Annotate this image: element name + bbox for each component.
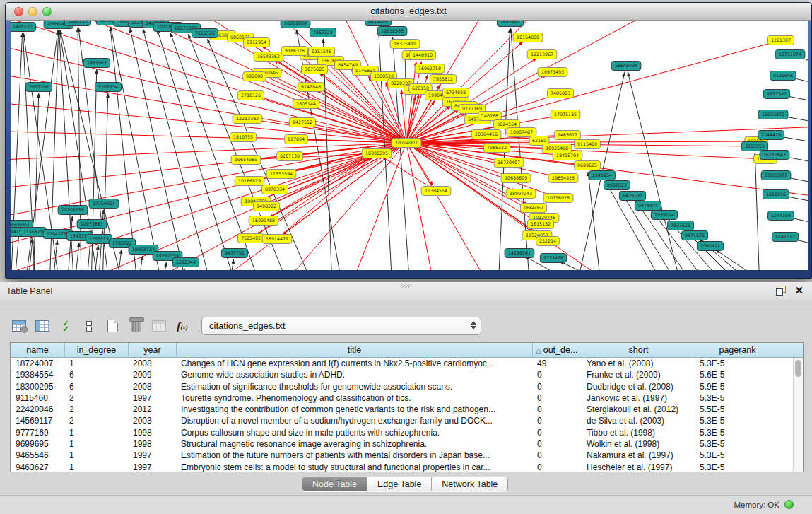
table-cell[interactable]: 9463627 [11,462,64,472]
graph-node-9684067[interactable]: 9684067 [520,204,546,213]
graph-node-746266[interactable]: 746266 [478,112,502,121]
table-cell[interactable]: Investigating the contribution of common… [176,404,532,415]
graph-node-1733426[interactable]: 1733426 [540,254,566,263]
graph-node-917004[interactable]: 917004 [285,135,308,144]
graph-node-16154808[interactable]: 16154808 [513,33,543,42]
graph-node-9463627[interactable]: 9463627 [554,131,580,140]
table-cell[interactable]: 9699695 [11,438,64,450]
table-cell[interactable]: 0 [532,392,582,404]
graph-node-19218586[interactable]: 19218586 [377,27,407,36]
table-cell[interactable]: Genome-wide association studies in ADHD. [176,369,532,380]
table-cell[interactable]: 18724007 [11,358,64,369]
table-cell[interactable]: Wolkin et al. (1998) [582,438,695,450]
black-edge[interactable] [110,27,138,270]
black-edge[interactable] [143,29,212,270]
table-row[interactable]: 1456911722003Disruption of a novel membe… [11,415,803,426]
graph-node-10688609[interactable]: 10688609 [501,174,531,183]
graph-node-1250515[interactable]: 1250515 [86,235,112,244]
column-header-year[interactable]: year [128,343,176,357]
graph-node-7485083[interactable]: 7485083 [547,89,573,98]
red-edge[interactable] [260,79,406,143]
table-cell[interactable]: 22420046 [11,404,64,415]
red-edge[interactable] [266,156,371,206]
table-cell[interactable]: Dudbridge et al. (2008) [582,381,695,392]
table-row[interactable]: 1830029562008Estimation of significance … [11,381,803,392]
graph-node-9699695[interactable]: 9699695 [574,161,600,170]
red-edge[interactable] [11,101,406,143]
graph-node-1156829[interactable]: 1156829 [20,228,46,237]
table-cell[interactable]: Stergiakouli et al. (2012) [582,404,695,415]
table-cell[interactable]: Estimation of the future numbers of pati… [176,450,532,461]
table-cell[interactable]: 2 [64,415,128,426]
table-cell[interactable]: 9465546 [11,450,64,461]
graph-node-7986322[interactable]: 7986322 [483,144,510,153]
graph-node-16543362[interactable]: 16543362 [254,52,283,62]
table-row[interactable]: 977716911998Corpus callosum shape and si… [11,427,803,438]
table-cell[interactable]: 9777169 [11,427,64,438]
unselect-all-columns-button[interactable] [81,317,97,335]
graph-node-8912954[interactable]: 8912954 [243,38,269,47]
graph-node-20206556[interactable]: 20206556 [58,206,88,215]
graph-node-9115460[interactable]: 9115460 [574,140,600,149]
table-cell[interactable]: Embryonic stem cells: a model to study s… [176,462,532,472]
table-cell[interactable]: Hescheler et al. (1997) [582,462,695,472]
table-cell[interactable]: 0 [532,438,582,450]
black-edge[interactable] [117,250,122,270]
table-cell[interactable]: 5.3E-5 [695,450,779,461]
graph-node-1244419[interactable]: 1244419 [758,131,784,140]
table-cell[interactable]: 5.9E-5 [695,381,779,392]
graph-node-10025488[interactable]: 10025488 [542,144,572,153]
column-header-name[interactable]: name [11,343,64,357]
graph-node-6734028[interactable]: 6734028 [442,88,469,98]
graph-node-8878334[interactable]: 8878334 [261,185,288,194]
graph-node-7955812[interactable]: 7955812 [430,75,456,84]
red-edge[interactable] [11,42,406,143]
table-cell[interactable]: 9115460 [11,392,64,404]
graph-node-16648794[interactable]: 16648794 [611,62,641,71]
network-view-canvas[interactable]: 1872400718300295193845541654336293275082… [11,21,808,270]
graph-node-3675685[interactable]: 3675685 [301,65,327,74]
table-row[interactable]: 911546021997Tourette syndrome. Phenomeno… [11,392,803,404]
graph-node-9151546[interactable]: 9151546 [308,47,334,57]
delete-column-button[interactable] [128,317,143,335]
table-cell[interactable]: 5.3E-5 [695,438,779,450]
table-cell[interactable]: Estimation of significance thresholds fo… [176,381,532,392]
function-builder-button[interactable]: f(x) [175,317,190,335]
import-table-button[interactable] [151,317,167,335]
table-cell[interactable]: 1997 [128,392,176,404]
table-row[interactable]: 1938455462009Genome-wide association stu… [11,369,803,380]
graph-node-2405572[interactable]: 2405572 [11,23,36,32]
table-cell[interactable]: Disruption of a novel member of a sodium… [176,415,532,426]
graph-node-3215953[interactable]: 3215953 [741,142,767,151]
table-cell[interactable]: 6 [64,369,128,380]
table-scrollbar[interactable] [793,358,803,472]
graph-node-1244194[interactable]: 1244194 [767,211,794,221]
black-edge[interactable] [74,243,79,270]
graph-node-15751074[interactable]: 15751074 [775,50,805,59]
table-cell[interactable]: 1998 [128,427,176,438]
table-cell[interactable]: 1997 [128,462,176,472]
table-cell[interactable]: Jankovic et al. (1997) [582,392,695,404]
graph-node-12213382[interactable]: 12213382 [233,115,262,124]
table-settings-button[interactable] [11,317,27,335]
tab-node-table[interactable]: Node Table [302,477,367,491]
graph-node-12213967[interactable]: 12213967 [527,50,557,59]
black-edge[interactable] [588,172,601,270]
graph-node-8471676[interactable]: 8471676 [681,231,707,240]
table-cell[interactable]: 1 [64,462,128,472]
table-cell[interactable]: de Silva et al. (2003) [582,415,695,426]
graph-node-989088[interactable]: 989088 [243,72,266,81]
table-cell[interactable]: 0 [532,381,582,392]
graph-node-7932621[interactable]: 7932621 [667,221,693,230]
graph-node-16914479[interactable]: 16914479 [262,235,292,244]
table-cell[interactable]: 2 [64,404,128,415]
table-cell[interactable]: 2008 [128,381,176,392]
graph-node-2687682[interactable]: 2687682 [497,21,523,27]
table-cell[interactable]: 1 [64,450,128,461]
close-panel-icon[interactable]: ✕ [794,286,804,296]
table-cell[interactable]: 5.3E-5 [695,358,779,369]
graph-node-15892971[interactable]: 15892971 [761,171,791,180]
graph-node-9129946[interactable]: 9129946 [770,71,796,81]
table-row[interactable]: 946362711997Embryonic stem cells: a mode… [11,462,803,472]
table-cell[interactable]: 1 [64,358,128,369]
